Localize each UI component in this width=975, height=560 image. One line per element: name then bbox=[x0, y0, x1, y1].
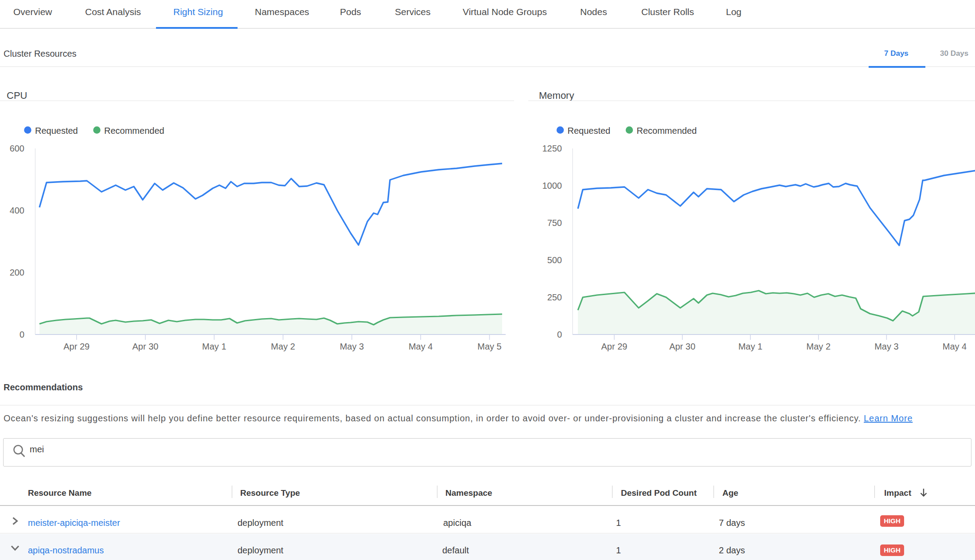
svg-text:500: 500 bbox=[547, 255, 562, 265]
svg-text:Apr 29: Apr 29 bbox=[601, 342, 628, 351]
svg-text:0: 0 bbox=[20, 330, 24, 339]
svg-text:1000: 1000 bbox=[542, 181, 562, 191]
svg-text:1250: 1250 bbox=[542, 144, 562, 153]
svg-text:250: 250 bbox=[547, 292, 562, 302]
svg-text:Apr 29: Apr 29 bbox=[63, 342, 90, 351]
svg-text:May 4: May 4 bbox=[943, 342, 967, 351]
svg-text:May 2: May 2 bbox=[807, 342, 831, 351]
svg-text:600: 600 bbox=[10, 144, 24, 153]
svg-text:May 2: May 2 bbox=[271, 342, 295, 351]
svg-text:Requested: Requested bbox=[35, 126, 78, 136]
svg-text:0: 0 bbox=[557, 330, 562, 339]
svg-text:May 3: May 3 bbox=[340, 342, 364, 351]
svg-text:May 1: May 1 bbox=[202, 342, 226, 351]
svg-text:Recommended: Recommended bbox=[637, 126, 697, 136]
svg-text:Apr 30: Apr 30 bbox=[133, 342, 159, 351]
svg-text:Requested: Requested bbox=[568, 126, 611, 136]
svg-text:May 4: May 4 bbox=[409, 342, 433, 351]
svg-text:Apr 30: Apr 30 bbox=[669, 342, 695, 351]
svg-text:200: 200 bbox=[10, 268, 24, 277]
svg-text:Recommended: Recommended bbox=[104, 126, 164, 136]
svg-text:May 5: May 5 bbox=[477, 342, 501, 351]
svg-text:May 3: May 3 bbox=[874, 342, 898, 351]
svg-text:750: 750 bbox=[547, 218, 562, 228]
svg-text:May 1: May 1 bbox=[738, 342, 762, 351]
svg-text:400: 400 bbox=[10, 206, 24, 215]
